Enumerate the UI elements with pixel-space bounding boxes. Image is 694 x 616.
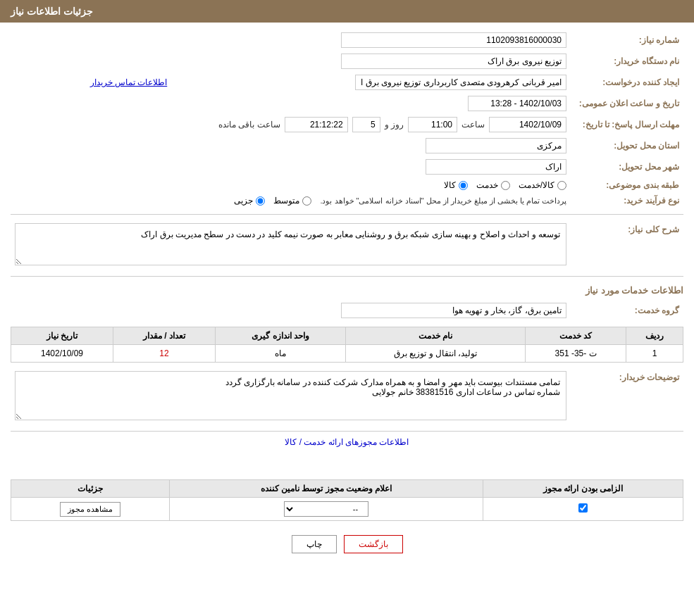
buyer-org-row: نام دستگاه خریدار:	[11, 51, 683, 72]
permits-section-title: اطلاعات مجوزهای ارائه خدمت / کالا	[11, 437, 683, 447]
process-radio-partial: جزیی	[234, 196, 265, 206]
category-radio-kala-khidmat-input[interactable]	[557, 181, 566, 190]
deadline-row-content: ساعت روز و ساعت باقی مانده	[15, 117, 566, 132]
process-radio-partial-label: جزیی	[234, 196, 253, 206]
province-input[interactable]	[426, 138, 566, 153]
permits-th-required: الزامی بودن ارائه مجوز	[483, 480, 683, 498]
description-row: شرح کلی نیاز:	[11, 220, 683, 270]
process-cell: پرداخت تمام یا بخشی از مبلغ خریدار از مح…	[11, 193, 571, 208]
permits-tbody: -- مشاهده مجوز	[11, 498, 683, 521]
description-textarea[interactable]	[15, 223, 566, 265]
services-section-title: اطلاعات خدمات مورد نیاز	[11, 285, 683, 296]
buyer-notes-label: توضیحات خریدار:	[571, 368, 683, 425]
permit-required-checkbox[interactable]	[578, 503, 588, 513]
requester-row: ایجاد کننده درخواست: اطلاعات تماس خریدار	[11, 72, 683, 93]
process-text: پرداخت تمام یا بخشی از مبلغ خریدار از مح…	[320, 196, 566, 206]
divider-1	[11, 214, 683, 215]
category-radio-kala-khidmat-label: کالا/خدمت	[519, 180, 554, 190]
city-value	[11, 156, 571, 177]
announce-date-input[interactable]	[468, 96, 566, 111]
announce-date-row: تاریخ و ساعت اعلان عمومی:	[11, 93, 683, 114]
permit-details-cell: مشاهده مجوز	[11, 498, 170, 521]
process-radio-medium-label: متوسط	[273, 196, 299, 206]
services-th-quantity: تعداد / مقدار	[113, 327, 216, 345]
service-group-table: گروه خدمت:	[11, 300, 683, 321]
deadline-row: مهلت ارسال پاسخ: تا تاریخ: ساعت روز و سا…	[11, 114, 683, 135]
deadline-days-input[interactable]	[352, 117, 380, 132]
buyer-org-input[interactable]	[341, 54, 566, 69]
service-group-input[interactable]	[341, 303, 566, 318]
province-row: استان محل تحویل:	[11, 135, 683, 156]
permit-status-select[interactable]: --	[284, 501, 368, 517]
need-number-input[interactable]	[341, 32, 566, 48]
category-radio-khidmat: خدمت	[476, 180, 510, 190]
category-row: طبقه بندی موضوعی: کالا/خدمت خدمت	[11, 177, 683, 193]
table-row: 1 ت -35- 351 تولید، انتقال و توزیع برق م…	[11, 345, 683, 363]
city-label: شهر محل تحویل:	[571, 156, 683, 177]
requester-contact-link[interactable]: اطلاعات تماس خریدار	[90, 77, 168, 87]
permits-thead: الزامی بودن ارائه مجوز اعلام وضعیت مجوز …	[11, 480, 683, 498]
buyer-org-value	[11, 51, 571, 72]
category-radio-kala-input[interactable]	[459, 181, 468, 190]
permit-status-cell: --	[170, 498, 483, 521]
services-th-name: نام خدمت	[346, 327, 526, 345]
permits-header-row: الزامی بودن ارائه مجوز اعلام وضعیت مجوز …	[11, 480, 683, 498]
services-tbody: 1 ت -35- 351 تولید، انتقال و توزیع برق م…	[11, 345, 683, 363]
notes-table: توضیحات خریدار:	[11, 368, 683, 425]
info-table: شماره نیاز: نام دستگاه خریدار: ایجاد کنن…	[11, 30, 683, 208]
buyer-notes-cell	[11, 368, 571, 425]
deadline-remaining-input[interactable]	[285, 117, 348, 132]
process-radio-medium: متوسط	[273, 196, 311, 206]
services-header-row: ردیف کد خدمت نام خدمت واحد اندازه گیری ت…	[11, 327, 683, 345]
category-label: طبقه بندی موضوعی:	[571, 177, 683, 193]
days-label: روز و	[385, 120, 404, 130]
services-table: ردیف کد خدمت نام خدمت واحد اندازه گیری ت…	[11, 327, 683, 363]
service-name: تولید، انتقال و توزیع برق	[346, 345, 526, 363]
service-row-num: 1	[626, 345, 683, 363]
permits-th-details: جزئیات	[11, 480, 170, 498]
category-radio-kala: کالا	[444, 180, 468, 190]
process-radio-partial-input[interactable]	[256, 196, 265, 206]
service-group-row: گروه خدمت:	[11, 300, 683, 321]
back-button[interactable]: بازگشت	[344, 535, 403, 553]
process-text-item: پرداخت تمام یا بخشی از مبلغ خریدار از مح…	[320, 196, 566, 206]
announce-date-value	[11, 93, 571, 114]
requester-input[interactable]	[355, 75, 566, 90]
service-code: ت -35- 351	[526, 345, 626, 363]
city-input[interactable]	[426, 159, 566, 175]
remaining-label: ساعت باقی مانده	[218, 120, 280, 130]
requester-label: ایجاد کننده درخواست:	[571, 72, 683, 93]
service-quantity: 12	[113, 345, 216, 363]
category-radio-khidmat-label: خدمت	[476, 180, 498, 190]
deadline-time-input[interactable]	[408, 117, 457, 132]
view-permit-button[interactable]: مشاهده مجوز	[60, 502, 120, 517]
notes-row: توضیحات خریدار:	[11, 368, 683, 425]
category-radio-kala-khidmat: کالا/خدمت	[519, 180, 566, 190]
province-value	[11, 135, 571, 156]
print-button[interactable]: چاپ	[292, 535, 337, 553]
description-section-title: شرح کلی نیاز:	[571, 220, 683, 270]
divider-3	[11, 431, 683, 432]
category-radio-khidmat-input[interactable]	[501, 181, 510, 190]
service-unit: ماه	[215, 345, 346, 363]
service-date: 1402/10/09	[11, 345, 113, 363]
process-radio-medium-input[interactable]	[302, 196, 311, 206]
permits-table: الزامی بودن ارائه مجوز اعلام وضعیت مجوز …	[11, 479, 683, 521]
deadline-date-input[interactable]	[489, 117, 566, 132]
process-label: نوع فرآیند خرید:	[571, 193, 683, 208]
category-radio-group: کالا/خدمت خدمت کالا	[15, 180, 566, 190]
page-title: جزئیات اطلاعات نیاز	[11, 6, 93, 17]
buyer-notes-textarea[interactable]	[15, 371, 566, 420]
services-th-date: تاریخ نیاز	[11, 327, 113, 345]
main-content: شماره نیاز: نام دستگاه خریدار: ایجاد کنن…	[0, 23, 694, 574]
need-number-value	[171, 30, 571, 51]
permits-th-status: اعلام وضعیت مجوز توسط نامین کننده	[170, 480, 483, 498]
services-th-unit: واحد اندازه گیری	[215, 327, 346, 345]
services-thead: ردیف کد خدمت نام خدمت واحد اندازه گیری ت…	[11, 327, 683, 345]
description-cell	[11, 220, 571, 270]
permit-required-cell	[483, 498, 683, 521]
description-table: شرح کلی نیاز:	[11, 220, 683, 270]
province-label: استان محل تحویل:	[571, 135, 683, 156]
need-number-label: شماره نیاز:	[571, 30, 683, 51]
category-radio-kala-label: کالا	[444, 180, 456, 190]
